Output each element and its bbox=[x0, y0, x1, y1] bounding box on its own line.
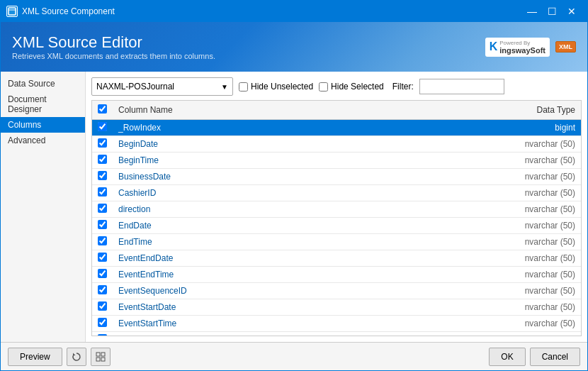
table-row[interactable]: EndTimenvarchar (50) bbox=[92, 234, 581, 250]
source-dropdown[interactable]: NAXML-POSJournal ▼ bbox=[91, 77, 233, 96]
column-name-link[interactable]: BusinessDate bbox=[118, 172, 171, 182]
row-checkbox-cell bbox=[92, 201, 113, 218]
editor-title: XML Source Editor bbox=[12, 33, 215, 52]
row-checkbox[interactable] bbox=[98, 236, 107, 245]
filter-input[interactable] bbox=[419, 79, 504, 94]
column-name-link[interactable]: _RowIndex bbox=[118, 123, 161, 133]
column-name-link[interactable]: EndDate bbox=[118, 221, 152, 231]
row-checkbox[interactable] bbox=[98, 301, 107, 311]
table-row[interactable]: EventEndDatenvarchar (50) bbox=[92, 250, 581, 267]
row-column-name[interactable]: BeginDate bbox=[113, 136, 385, 153]
column-name-link[interactable]: BeginDate bbox=[118, 139, 158, 149]
table-row[interactable]: EventEndTimenvarchar (50) bbox=[92, 267, 581, 283]
table-row[interactable]: CashierIDnvarchar (50) bbox=[92, 185, 581, 201]
maximize-button[interactable]: ☐ bbox=[542, 1, 562, 22]
hide-unselected-checkbox[interactable] bbox=[239, 82, 248, 92]
row-checkbox[interactable] bbox=[98, 318, 107, 327]
grid-icon bbox=[96, 352, 106, 362]
row-data-type: nvarchar (50) bbox=[385, 153, 581, 169]
window-title: XML Source Component bbox=[22, 6, 522, 16]
row-checkbox[interactable] bbox=[98, 269, 107, 278]
ok-button[interactable]: OK bbox=[489, 348, 525, 366]
sidebar-item-datasource[interactable]: Data Source bbox=[1, 76, 85, 92]
svg-rect-4 bbox=[101, 353, 105, 356]
column-name-link[interactable]: EventSequenceID bbox=[118, 286, 187, 296]
column-name-link[interactable]: LoyaltyEntryMethod bbox=[118, 335, 193, 336]
hide-selected-label[interactable]: Hide Selected bbox=[319, 82, 384, 92]
svg-rect-5 bbox=[96, 358, 100, 361]
hide-selected-checkbox[interactable] bbox=[319, 82, 328, 92]
row-column-name[interactable]: EndDate bbox=[113, 218, 385, 234]
cancel-button[interactable]: Cancel bbox=[530, 348, 580, 366]
header-text: XML Source Editor Retrieves XML document… bbox=[12, 33, 215, 60]
column-name-link[interactable]: EventStartDate bbox=[118, 302, 176, 312]
svg-rect-3 bbox=[96, 353, 100, 356]
row-checkbox[interactable] bbox=[98, 155, 107, 164]
table-row[interactable]: EventSequenceIDnvarchar (50) bbox=[92, 283, 581, 299]
table-body: _RowIndexbigintBeginDatenvarchar (50)Beg… bbox=[92, 120, 581, 337]
column-name-link[interactable]: direction bbox=[118, 204, 150, 214]
row-column-name[interactable]: EventSequenceID bbox=[113, 283, 385, 299]
row-checkbox[interactable] bbox=[98, 334, 107, 336]
row-checkbox[interactable] bbox=[98, 122, 107, 131]
table-row[interactable]: directionnvarchar (50) bbox=[92, 201, 581, 218]
row-checkbox[interactable] bbox=[98, 171, 107, 180]
row-column-name[interactable]: direction bbox=[113, 201, 385, 218]
row-column-name[interactable]: EventEndTime bbox=[113, 267, 385, 283]
row-checkbox[interactable] bbox=[98, 138, 107, 148]
row-checkbox[interactable] bbox=[98, 285, 107, 294]
source-select[interactable]: NAXML-POSJournal bbox=[96, 82, 221, 92]
column-name-link[interactable]: EventStartTime bbox=[118, 319, 176, 328]
column-name-link[interactable]: EndTime bbox=[118, 237, 152, 247]
table-row[interactable]: LoyaltyEntryMethodnvarchar (50) bbox=[92, 332, 581, 337]
row-column-name[interactable]: LoyaltyEntryMethod bbox=[113, 332, 385, 337]
preview-button[interactable]: Preview bbox=[8, 348, 62, 366]
minimize-button[interactable]: — bbox=[522, 1, 542, 22]
row-checkbox[interactable] bbox=[98, 220, 107, 229]
row-checkbox[interactable] bbox=[98, 253, 107, 262]
sidebar-item-columns[interactable]: Columns bbox=[1, 117, 85, 133]
row-checkbox-cell bbox=[92, 250, 113, 267]
table-row[interactable]: BusinessDatenvarchar (50) bbox=[92, 169, 581, 185]
sidebar-item-advanced[interactable]: Advanced bbox=[1, 133, 85, 148]
footer-right: OK Cancel bbox=[489, 348, 580, 366]
row-data-type: nvarchar (50) bbox=[385, 283, 581, 299]
column-name-link[interactable]: EventEndDate bbox=[118, 253, 173, 263]
table-row[interactable]: EventStartTimenvarchar (50) bbox=[92, 316, 581, 332]
sidebar: Data Source Document Designer Columns Ad… bbox=[1, 72, 86, 342]
table-row[interactable]: _RowIndexbigint bbox=[92, 120, 581, 136]
table-row[interactable]: EndDatenvarchar (50) bbox=[92, 218, 581, 234]
hide-unselected-label[interactable]: Hide Unselected bbox=[239, 82, 313, 92]
close-button[interactable]: ✕ bbox=[562, 1, 582, 22]
table-row[interactable]: BeginDatenvarchar (50) bbox=[92, 136, 581, 153]
logo-text: Powered By ingswaySoft bbox=[499, 40, 545, 55]
row-checkbox-cell bbox=[92, 299, 113, 316]
row-data-type: nvarchar (50) bbox=[385, 234, 581, 250]
row-column-name[interactable]: EventStartDate bbox=[113, 299, 385, 316]
row-column-name[interactable]: _RowIndex bbox=[113, 120, 385, 136]
table-header-row: Column Name Data Type bbox=[92, 101, 581, 120]
row-checkbox-cell bbox=[92, 316, 113, 332]
table-row[interactable]: BeginTimenvarchar (50) bbox=[92, 153, 581, 169]
row-column-name[interactable]: CashierID bbox=[113, 185, 385, 201]
column-name-link[interactable]: BeginTime bbox=[118, 155, 159, 165]
row-checkbox[interactable] bbox=[98, 204, 107, 213]
row-data-type: nvarchar (50) bbox=[385, 316, 581, 332]
column-name-link[interactable]: CashierID bbox=[118, 188, 156, 198]
grid-icon-button[interactable] bbox=[91, 348, 111, 366]
row-column-name[interactable]: EndTime bbox=[113, 234, 385, 250]
app-icon bbox=[6, 6, 18, 17]
table-row[interactable]: EventStartDatenvarchar (50) bbox=[92, 299, 581, 316]
row-column-name[interactable]: BeginTime bbox=[113, 153, 385, 169]
refresh-icon-button[interactable] bbox=[67, 348, 86, 366]
select-all-checkbox[interactable] bbox=[98, 104, 107, 113]
row-column-name[interactable]: EventEndDate bbox=[113, 250, 385, 267]
header-banner: XML Source Editor Retrieves XML document… bbox=[1, 22, 587, 72]
row-data-type: nvarchar (50) bbox=[385, 267, 581, 283]
footer: Preview OK Cancel bbox=[1, 342, 587, 370]
sidebar-item-document-designer[interactable]: Document Designer bbox=[1, 92, 85, 117]
column-name-link[interactable]: EventEndTime bbox=[118, 270, 174, 279]
row-column-name[interactable]: BusinessDate bbox=[113, 169, 385, 185]
row-checkbox[interactable] bbox=[98, 187, 107, 196]
row-column-name[interactable]: EventStartTime bbox=[113, 316, 385, 332]
